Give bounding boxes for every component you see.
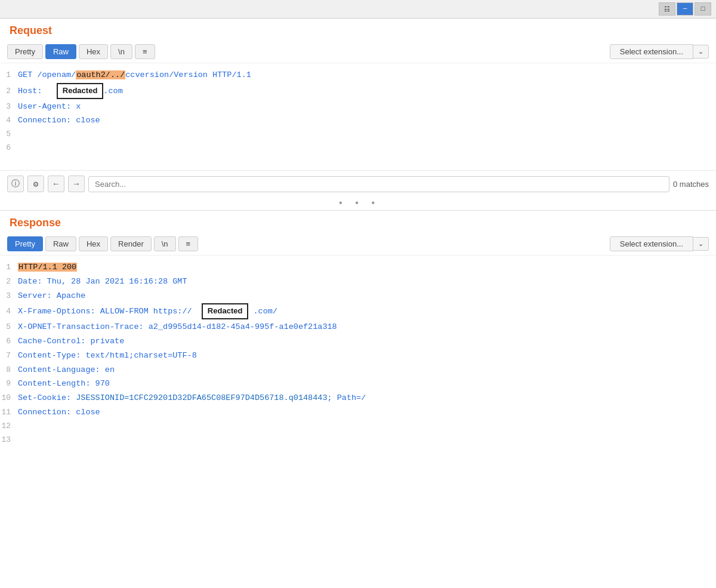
request-toolbar: Pretty Raw Hex \n ≡ Select extension... …: [0, 41, 716, 63]
search-bar-area: ⓘ ⚙ ← → 0 matches: [0, 170, 716, 197]
line-number: 4: [0, 306, 18, 318]
line-content: User-Agent: x: [18, 100, 716, 113]
request-line-4: 4 Connection: close: [0, 113, 716, 128]
line-number: 2: [0, 276, 18, 288]
request-select-ext-button[interactable]: Select extension...: [610, 44, 693, 59]
response-line-8: 8 Content-Language: en: [0, 363, 716, 377]
line-content: Server: Apache: [18, 290, 716, 303]
request-code-area: 1 GET /openam/oauth2/../ccversion/Versio…: [0, 63, 716, 170]
response-toolbar: Pretty Raw Hex Render \n ≡ Select extens…: [0, 233, 716, 255]
next-match-button[interactable]: →: [68, 176, 85, 192]
request-select-ext-arrow[interactable]: ⌄: [693, 45, 709, 59]
line-content: Content-Type: text/html;charset=UTF-8: [18, 349, 716, 362]
line-number: 10: [0, 392, 18, 405]
request-tab-menu[interactable]: ≡: [135, 44, 155, 59]
response-line-3: 3 Server: Apache: [0, 289, 716, 303]
response-code-area: 1 HTTP/1.1 200 2 Date: Thu, 28 Jan 2021 …: [0, 255, 716, 451]
line-number: 9: [0, 378, 18, 390]
request-tab-pretty[interactable]: Pretty: [7, 44, 43, 59]
window-controls: ☷ ─ □: [0, 0, 716, 19]
request-tab-newline[interactable]: \n: [110, 44, 132, 59]
line-number: 5: [0, 128, 18, 141]
matches-count: 0 matches: [673, 180, 709, 189]
line-content: Connection: close: [18, 406, 716, 419]
minimize-button[interactable]: ─: [677, 2, 693, 16]
line-number: 3: [0, 290, 18, 303]
response-line-6: 6 Cache-Control: private: [0, 334, 716, 349]
redacted-xframe: Redacted: [202, 303, 249, 319]
line-content: X-OPNET-Transaction-Trace: a2_d9955d14-d…: [18, 321, 716, 334]
line-content: Content-Language: en: [18, 364, 716, 377]
response-line-7: 7 Content-Type: text/html;charset=UTF-8: [0, 349, 716, 363]
request-line-2: 2 Host: Redacted.com: [0, 82, 716, 100]
request-title: Request: [0, 19, 716, 41]
response-tab-newline[interactable]: \n: [154, 236, 176, 251]
response-line-2: 2 Date: Thu, 28 Jan 2021 16:16:28 GMT: [0, 275, 716, 289]
line-number: 1: [0, 261, 18, 274]
line-number: 7: [0, 350, 18, 362]
response-select-extension: Select extension... ⌄: [610, 236, 709, 251]
response-select-ext-button[interactable]: Select extension...: [610, 236, 693, 251]
line-content: Set-Cookie: JSESSIONID=1CFC29201D32DFA65…: [18, 392, 716, 405]
line-content: X-Frame-Options: ALLOW-FROM https:// Red…: [18, 303, 716, 319]
section-divider-dots: • • •: [0, 197, 716, 210]
request-line-6: 6: [0, 141, 716, 155]
response-tab-menu[interactable]: ≡: [178, 236, 199, 251]
response-select-ext-arrow[interactable]: ⌄: [693, 237, 709, 251]
response-tab-raw[interactable]: Raw: [45, 236, 76, 251]
line-number: 2: [0, 85, 18, 98]
line-number: 8: [0, 364, 18, 377]
response-line-13: 13: [0, 433, 716, 447]
request-line-5: 5: [0, 128, 716, 141]
line-number: 6: [0, 142, 18, 155]
line-number: 3: [0, 101, 18, 113]
response-line-11: 11 Connection: close: [0, 405, 716, 420]
line-content: Date: Thu, 28 Jan 2021 16:16:28 GMT: [18, 275, 716, 288]
close-button[interactable]: □: [695, 2, 711, 16]
grid-view-button[interactable]: ☷: [659, 2, 675, 16]
response-title: Response: [0, 211, 716, 233]
response-line-12: 12: [0, 420, 716, 433]
line-content: Cache-Control: private: [18, 335, 716, 348]
line-content: GET /openam/oauth2/../ccversion/Version …: [18, 69, 716, 82]
line-number: 6: [0, 335, 18, 348]
request-line-3: 3 User-Agent: x: [0, 100, 716, 114]
line-number: 11: [0, 407, 18, 419]
response-tab-hex[interactable]: Hex: [79, 236, 108, 251]
line-content: Host: Redacted.com: [18, 83, 716, 99]
request-tab-hex[interactable]: Hex: [79, 44, 108, 59]
line-content: Connection: close: [18, 114, 716, 127]
response-line-1: 1 HTTP/1.1 200: [0, 260, 716, 275]
response-tab-render[interactable]: Render: [110, 236, 152, 251]
response-line-9: 9 Content-Length: 970: [0, 377, 716, 391]
response-line-10: 10 Set-Cookie: JSESSIONID=1CFC29201D32DF…: [0, 391, 716, 405]
prev-match-button[interactable]: ←: [48, 176, 64, 192]
line-number: 12: [0, 420, 18, 433]
line-content: Content-Length: 970: [18, 377, 716, 390]
line-number: 1: [0, 69, 18, 82]
request-line-1: 1 GET /openam/oauth2/../ccversion/Versio…: [0, 68, 716, 82]
line-number: 4: [0, 115, 18, 127]
request-select-extension: Select extension... ⌄: [610, 44, 709, 59]
response-line-5: 5 X-OPNET-Transaction-Trace: a2_d9955d14…: [0, 320, 716, 334]
line-number: 5: [0, 321, 18, 334]
settings-icon-button[interactable]: ⚙: [27, 176, 44, 192]
request-tab-raw[interactable]: Raw: [45, 44, 76, 59]
response-tab-pretty[interactable]: Pretty: [7, 236, 43, 251]
line-number: 13: [0, 434, 18, 447]
line-content: HTTP/1.1 200: [18, 261, 716, 274]
response-line-4: 4 X-Frame-Options: ALLOW-FROM https:// R…: [0, 303, 716, 320]
search-input[interactable]: [88, 176, 669, 192]
redacted-host: Redacted: [57, 83, 104, 99]
help-icon-button[interactable]: ⓘ: [7, 176, 24, 192]
